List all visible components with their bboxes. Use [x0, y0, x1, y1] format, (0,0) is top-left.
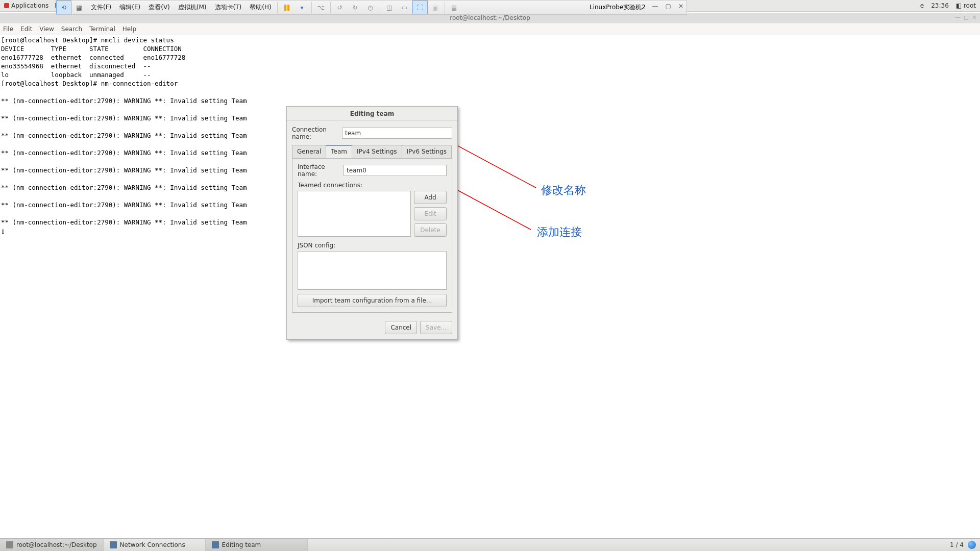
- vm-menu-edit[interactable]: 编辑(E): [115, 3, 144, 12]
- dialog-tabs: General Team IPv4 Settings IPv6 Settings: [292, 145, 452, 159]
- maximize-icon[interactable]: ▢: [666, 3, 671, 10]
- vm-menu-view[interactable]: 查看(V): [144, 3, 174, 12]
- json-config-label: JSON config:: [298, 242, 447, 249]
- view2-icon[interactable]: ▭: [397, 1, 412, 14]
- term-close-icon[interactable]: ×: [972, 14, 977, 21]
- fullscreen-icon[interactable]: ⛶: [412, 1, 428, 14]
- term-menu-help[interactable]: Help: [122, 26, 136, 33]
- user-menu[interactable]: ◧ root: [956, 2, 976, 9]
- tab-pane-team: Interface name: Teamed connections: Add …: [292, 158, 452, 313]
- interface-name-label: Interface name:: [298, 163, 344, 178]
- term-menu-view[interactable]: View: [39, 26, 54, 33]
- teamed-connections-label: Teamed connections:: [298, 182, 447, 189]
- term-menu-edit[interactable]: Edit: [20, 26, 32, 33]
- vm-title: LinuxProbe实验机2: [590, 3, 646, 12]
- vm-menu-vm[interactable]: 虚拟机(M): [174, 3, 211, 12]
- home-icon[interactable]: ⟲: [56, 1, 71, 14]
- term-min-icon[interactable]: —: [954, 14, 961, 21]
- task-terminal[interactable]: root@localhost:~/Desktop: [0, 539, 104, 551]
- date-trunc: e: [920, 2, 924, 9]
- snapshot2-icon[interactable]: ↻: [348, 1, 363, 14]
- task-network-connections[interactable]: Network Connections: [104, 539, 206, 551]
- vm-menu-help[interactable]: 帮助(H): [246, 3, 275, 12]
- teamed-connections-list[interactable]: [298, 191, 411, 237]
- workspace-counter[interactable]: 1 / 4: [950, 541, 964, 548]
- tab-team[interactable]: Team: [326, 145, 352, 158]
- annotation-rename: 修改名称: [541, 183, 586, 198]
- view1-icon[interactable]: ◫: [382, 1, 397, 14]
- tab-ipv6[interactable]: IPv6 Settings: [402, 145, 452, 158]
- interface-name-input[interactable]: [344, 165, 447, 176]
- task-editing-team[interactable]: Editing team: [206, 539, 308, 551]
- term-max-icon[interactable]: ◻: [964, 14, 969, 21]
- vm-window-buttons: — ▢ ✕: [652, 3, 683, 10]
- unity-icon[interactable]: ▣: [428, 1, 443, 14]
- terminal-menubar: File Edit View Search Terminal Help: [0, 24, 980, 35]
- connection-name-input[interactable]: [342, 128, 452, 139]
- network-icon: [110, 541, 117, 548]
- dialog-title: Editing team: [287, 107, 457, 121]
- dropdown-icon[interactable]: ▾: [295, 1, 310, 14]
- gnome-taskbar: root@localhost:~/Desktop Network Connect…: [0, 538, 980, 551]
- add-button[interactable]: Add: [414, 191, 447, 204]
- applications-menu[interactable]: Applications: [0, 2, 53, 9]
- term-menu-search[interactable]: Search: [61, 26, 82, 33]
- vmware-toolbar: ⟲ ▦ 文件(F) 编辑(E) 查看(V) 虚拟机(M) 选项卡(T) 帮助(H…: [56, 0, 687, 15]
- delete-button: Delete: [414, 223, 447, 237]
- pause-icon[interactable]: [279, 1, 295, 14]
- apps-icon: [4, 3, 9, 8]
- close-icon[interactable]: ✕: [678, 3, 683, 10]
- thumbnail-icon[interactable]: ▤: [447, 1, 462, 14]
- send-key-icon[interactable]: ⌥: [313, 1, 329, 14]
- snapshot1-icon[interactable]: ↺: [332, 1, 348, 14]
- vm-menu-tabs[interactable]: 选项卡(T): [211, 3, 246, 12]
- clock[interactable]: 23:36: [931, 2, 949, 9]
- terminal-icon: [6, 541, 13, 548]
- edit-button: Edit: [414, 207, 447, 220]
- save-button: Save...: [420, 321, 452, 334]
- info-icon[interactable]: [968, 541, 976, 549]
- cancel-button[interactable]: Cancel: [385, 321, 417, 334]
- vm-menu-file[interactable]: 文件(F): [87, 3, 115, 12]
- library-icon[interactable]: ▦: [71, 1, 87, 14]
- term-menu-terminal[interactable]: Terminal: [89, 26, 115, 33]
- editing-team-dialog: Editing team Connection name: General Te…: [286, 106, 458, 340]
- terminal-output[interactable]: [root@localhost Desktop]# nmcli device s…: [0, 35, 980, 402]
- snapshot3-icon[interactable]: ◴: [363, 1, 378, 14]
- term-menu-file[interactable]: File: [3, 26, 13, 33]
- annotation-add-conn: 添加连接: [537, 224, 582, 240]
- network-icon: [212, 541, 219, 548]
- minimize-icon[interactable]: —: [652, 3, 658, 10]
- tab-general[interactable]: General: [292, 145, 326, 158]
- tab-ipv4[interactable]: IPv4 Settings: [352, 145, 402, 158]
- json-config-textarea[interactable]: [298, 251, 447, 290]
- terminal-titlebar: root@localhost:~/Desktop — ◻ ×: [0, 13, 980, 23]
- connection-name-label: Connection name:: [292, 126, 342, 140]
- import-config-button[interactable]: Import team configuration from a file...: [298, 294, 447, 307]
